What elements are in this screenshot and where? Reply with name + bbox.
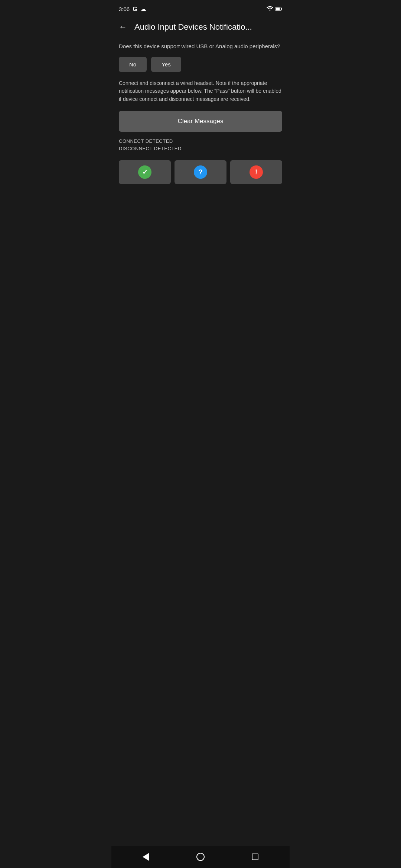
nav-recents-button[interactable]: [250, 851, 261, 862]
navigation-bar: [111, 846, 290, 868]
status-time: 3:06: [119, 6, 130, 12]
nav-home-button[interactable]: [194, 851, 207, 863]
fail-button[interactable]: !: [230, 160, 282, 184]
info-icon: ?: [194, 165, 207, 179]
clear-messages-button[interactable]: Clear Messages: [119, 111, 282, 132]
yes-button[interactable]: Yes: [151, 57, 181, 72]
battery-icon: [276, 6, 282, 13]
svg-rect-3: [281, 8, 283, 10]
fail-icon: !: [250, 165, 263, 179]
messages-log: CONNECT DETECTED DISCONNECT DETECTED: [119, 138, 282, 153]
svg-rect-2: [276, 7, 280, 10]
info-button[interactable]: ?: [175, 160, 226, 184]
instructions-text: Connect and disconnect a wired headset. …: [119, 79, 282, 103]
question-text: Does this device support wired USB or An…: [119, 42, 282, 51]
status-right: [267, 6, 282, 13]
nav-home-icon: [196, 853, 205, 861]
svg-point-0: [270, 10, 270, 11]
nav-back-button[interactable]: [140, 851, 151, 863]
app-title: Audio Input Devices Notificatio...: [134, 22, 284, 32]
nav-back-icon: [143, 853, 149, 861]
no-button[interactable]: No: [119, 57, 147, 72]
disconnect-detected-message: DISCONNECT DETECTED: [119, 145, 282, 153]
connect-detected-message: CONNECT DETECTED: [119, 138, 282, 145]
back-button[interactable]: ←: [117, 21, 128, 33]
google-icon: G: [133, 6, 137, 13]
main-content: Does this device support wired USB or An…: [111, 39, 290, 846]
app-bar: ← Audio Input Devices Notificatio...: [111, 16, 290, 39]
status-left: 3:06 G ☁: [119, 6, 146, 13]
status-bar: 3:06 G ☁: [111, 0, 290, 16]
yesno-button-row: No Yes: [119, 57, 282, 72]
nav-recent-icon: [252, 854, 258, 860]
action-buttons-row: ✓ ? !: [119, 160, 282, 184]
pass-button[interactable]: ✓: [119, 160, 171, 184]
pass-icon: ✓: [138, 165, 151, 179]
wifi-icon: [267, 6, 273, 13]
cloud-icon: ☁: [140, 6, 146, 13]
